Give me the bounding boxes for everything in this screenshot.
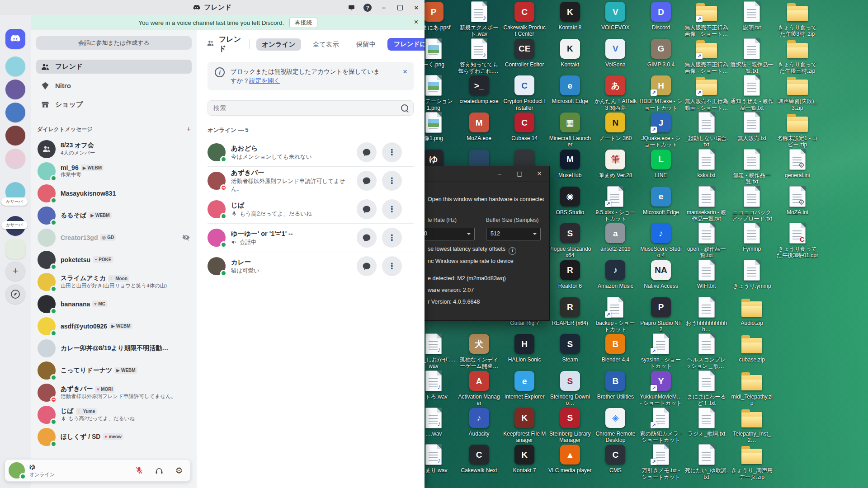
- desktop-icon[interactable]: WIFI.txt: [685, 259, 728, 289]
- desktop-icon[interactable]: Audio.zip: [730, 296, 774, 326]
- tab-全て表示[interactable]: 全て表示: [307, 38, 344, 51]
- add-server-button[interactable]: +: [5, 261, 25, 281]
- dm-item[interactable]: あずきバー♥MORI活動者様以外原則フレンド申請許可してません。: [35, 381, 193, 404]
- desktop-icon[interactable]: ◉OBS Studio: [548, 186, 592, 216]
- more-options-button[interactable]: ⋮: [382, 256, 402, 276]
- desktop-icon[interactable]: ♪Audacity: [458, 407, 501, 437]
- desktop-icon[interactable]: ↗無人販売不正行為画像 - ショートカット: [685, 38, 728, 74]
- desktop-icon[interactable]: HHALion Sonic: [503, 333, 546, 363]
- help-icon[interactable]: ?: [359, 0, 376, 15]
- desktop-icon[interactable]: ニコニコバックアップロード.txt: [730, 186, 774, 222]
- desktop-icon[interactable]: LLINE: [639, 149, 683, 178]
- desktop-icon[interactable]: MMoZA.exe: [458, 112, 501, 141]
- desktop-icon[interactable]: J↗JQuake.exe - ショートカット: [639, 112, 683, 148]
- user-bar[interactable]: ゆ オンライン ⚙: [5, 459, 191, 482]
- desktop-icon[interactable]: GGIMP 3.0.4: [639, 38, 683, 68]
- desktop-icon[interactable]: VVoiSona: [594, 38, 637, 68]
- nav-item-shop[interactable]: ショップ: [36, 98, 192, 112]
- desktop-icon[interactable]: open - 親作品一覧.txt: [685, 222, 728, 258]
- create-dm-icon[interactable]: +: [187, 125, 191, 133]
- desktop-icon[interactable]: KKontakt 8: [548, 1, 592, 31]
- desktop-icon[interactable]: ↗無人販売不正行為画像 - ショートカッ…: [685, 1, 728, 37]
- banner-close-icon[interactable]: ×: [414, 18, 418, 26]
- desktop-icon[interactable]: ◈Chrome Remote Desktop: [594, 407, 637, 443]
- desktop-icon[interactable]: 選択肢 - 親作品一覧.txt: [730, 38, 774, 74]
- search-input[interactable]: [208, 100, 414, 116]
- dialog-close-button[interactable]: ✕: [529, 166, 549, 181]
- desktop-icon[interactable]: きょうり.ymmp: [730, 259, 774, 289]
- open-settings-link[interactable]: 設定を開く: [249, 77, 280, 84]
- dm-item[interactable]: スライムアミカ☾Moon山田と山田が好き(山田リョウと笑う4体の山): [35, 271, 193, 293]
- desktop-icon[interactable]: >_createdump.exe: [458, 75, 501, 104]
- desktop-icon[interactable]: きょうり_調声用データ.zip: [730, 444, 774, 480]
- desktop-icon[interactable]: KKontakt: [548, 38, 592, 68]
- desktop-icon[interactable]: 説明.txt: [730, 1, 774, 31]
- dm-item[interactable]: poketetsu◓POKE: [35, 249, 193, 271]
- dm-item[interactable]: bananana♥MC: [35, 293, 193, 315]
- discord-home-button[interactable]: [5, 29, 25, 49]
- desktop-icon[interactable]: AActivation Manager: [458, 370, 501, 406]
- dm-item[interactable]: じば☾Yumeもう高2だってよ、だるいね: [35, 404, 193, 426]
- desktop-icon[interactable]: ↗9.5.xlsx - ショートカット: [594, 186, 637, 222]
- desktop-icon[interactable]: 筆筆まめ Ver.28: [594, 149, 637, 178]
- reconnect-button[interactable]: 再接続: [289, 18, 317, 28]
- dm-item[interactable]: ほしくず / SD♥meow: [35, 426, 193, 448]
- minimize-button[interactable]: –: [376, 0, 392, 15]
- desktop-icon[interactable]: ↗backup - ショートカット: [594, 296, 637, 333]
- dm-item[interactable]: 8/23 オフ会4人のメンバー: [35, 138, 193, 160]
- add-friend-button[interactable]: フレンドに追加: [387, 38, 425, 51]
- desktop-icon[interactable]: ↗家の防犯カメラ - ショートカット: [639, 407, 683, 443]
- server-avatar[interactable]: [5, 126, 25, 145]
- dm-item[interactable]: Masayukisnow831: [35, 182, 193, 204]
- nav-item-nitro[interactable]: Nitro: [36, 79, 192, 93]
- desktop-icon[interactable]: ♪MuseScore Studio 4: [639, 222, 683, 258]
- server-avatar[interactable]: [5, 103, 25, 122]
- message-button[interactable]: [357, 142, 377, 162]
- desktop-icon[interactable]: ▦Minecraft Launcher: [548, 112, 592, 148]
- desktop-icon[interactable]: ヘルスコンプレッション＿歌詞.txt: [685, 333, 728, 369]
- desktop-icon[interactable]: SSteam: [548, 333, 592, 363]
- sync-sample-rate-option[interactable]: nc Windows sample rate to device: [428, 258, 544, 264]
- desktop-icon[interactable]: CCakewalk Product Center: [503, 1, 546, 37]
- server-avatar[interactable]: [5, 239, 25, 259]
- message-button[interactable]: [357, 256, 377, 276]
- server-folder-pill[interactable]: かサーバ: [1, 197, 28, 206]
- nav-item-friends[interactable]: フレンド: [36, 60, 192, 74]
- more-options-button[interactable]: ⋮: [382, 228, 402, 248]
- desktop-icon[interactable]: 通知うぜえ - 親作品一覧.txt: [730, 75, 774, 111]
- dm-item[interactable]: こってりドーナツ▶WEBM: [35, 359, 193, 381]
- desktop-icon[interactable]: 無人販売.txt: [730, 112, 774, 141]
- settings-gear-icon[interactable]: ⚙: [171, 464, 187, 477]
- desktop-icon[interactable]: CCubase 14: [503, 112, 546, 141]
- desktop-icon[interactable]: eInternet Explorer: [503, 370, 546, 400]
- explore-servers-button[interactable]: [5, 284, 25, 304]
- desktop-icon[interactable]: 名称未設定1 - コピー.zip: [776, 112, 819, 148]
- desktop-icon[interactable]: CCakewalk Next: [458, 444, 501, 474]
- server-avatar[interactable]: [5, 56, 25, 76]
- close-button[interactable]: ×: [408, 0, 425, 15]
- more-options-button[interactable]: ⋮: [382, 171, 402, 191]
- server-folder-pill[interactable]: かサーバ: [1, 221, 28, 229]
- desktop-icon[interactable]: きょうり食ってた午後三時.zip: [776, 38, 819, 74]
- desktop-icon[interactable]: RREAPER (x64): [548, 296, 592, 326]
- maximize-button[interactable]: [392, 0, 408, 15]
- friend-row[interactable]: あずきバー活動者様以外原則フレンド申請許可してません。⋮: [208, 166, 414, 195]
- desktop-icon[interactable]: ♪答え知ってても知らずわこれ.wav: [458, 38, 501, 74]
- info-close-icon[interactable]: ×: [403, 67, 407, 76]
- buffer-size-dropdown[interactable]: 512: [486, 228, 541, 240]
- desktop-icon[interactable]: Nノートン 360: [594, 112, 637, 141]
- desktop-icon[interactable]: 調声練習(失敗)_3.zip: [776, 75, 819, 111]
- tab-オンライン[interactable]: オンライン: [256, 38, 301, 51]
- desktop-icon[interactable]: DDiscord: [639, 1, 683, 31]
- open-on-connect-option[interactable]: Open this window when hardware is connec…: [428, 196, 544, 202]
- desktop-icon[interactable]: ksks.txt: [685, 149, 728, 178]
- desktop-icon[interactable]: MMuseHub: [548, 149, 592, 178]
- dialog-minimize-button[interactable]: –: [490, 166, 509, 181]
- message-button[interactable]: [357, 228, 377, 248]
- more-options-button[interactable]: ⋮: [382, 199, 402, 219]
- desktop-icon[interactable]: manisekarin - 親作品一覧.txt: [685, 186, 728, 222]
- desktop-icon[interactable]: KKeepforest File Manager: [503, 407, 546, 443]
- desktop-icon[interactable]: 犬孤独なインディーゲーム開発者の一生…: [458, 333, 501, 369]
- desktop-icon[interactable]: _起動しない場合.txt: [685, 112, 728, 148]
- dm-item[interactable]: mi_96▶WEBM作業中毒: [35, 160, 193, 182]
